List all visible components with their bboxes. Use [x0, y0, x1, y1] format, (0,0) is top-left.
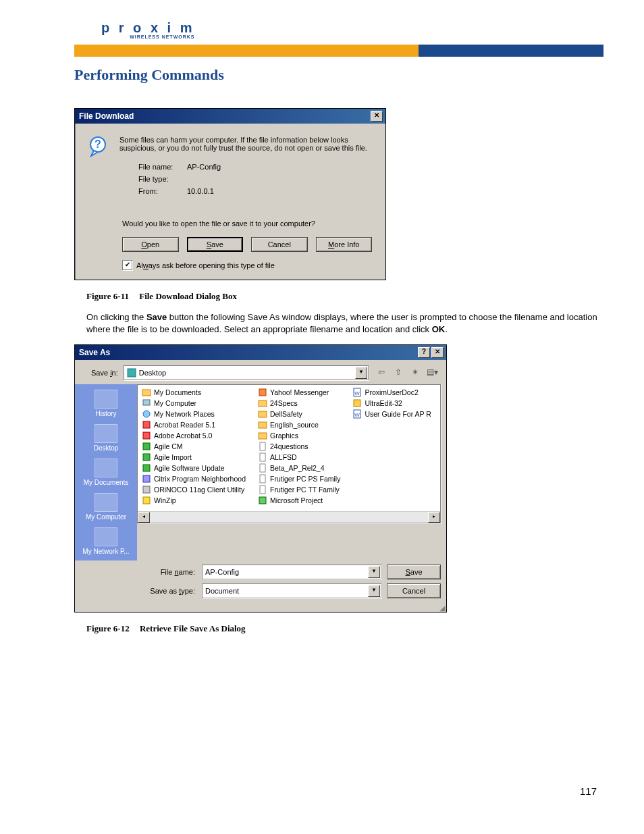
- page-number: 117: [580, 785, 597, 797]
- list-item[interactable]: Yahoo! Messenger: [258, 388, 340, 397]
- file-name-label: File name:: [142, 568, 196, 576]
- list-item[interactable]: WProximUserDoc2: [352, 388, 431, 397]
- list-item[interactable]: English_source: [258, 420, 340, 429]
- help-icon[interactable]: ?: [418, 347, 430, 358]
- list-item[interactable]: Adobe Acrobat 5.0: [142, 431, 246, 440]
- scroll-right-icon[interactable]: ▸: [428, 512, 440, 523]
- svg-rect-21: [260, 464, 265, 472]
- desktop-icon: [95, 424, 117, 443]
- back-icon[interactable]: ⇦: [374, 365, 389, 380]
- chevron-down-icon[interactable]: ▼: [355, 367, 367, 379]
- open-button[interactable]: Open: [122, 237, 179, 252]
- dialog-title: File Download: [79, 111, 134, 121]
- svg-rect-14: [259, 389, 266, 396]
- new-folder-icon[interactable]: ✶: [408, 365, 423, 380]
- list-item[interactable]: My Documents: [142, 388, 246, 397]
- save-button[interactable]: Save: [187, 237, 244, 252]
- list-item[interactable]: Acrobat Reader 5.1: [142, 420, 246, 429]
- place-history[interactable]: History: [77, 387, 135, 420]
- list-item[interactable]: Frutiger PC PS Family: [258, 474, 340, 484]
- more-info-button[interactable]: More Info: [316, 237, 373, 252]
- file-type-value: [187, 175, 372, 183]
- folder-icon: [258, 431, 267, 440]
- always-ask-checkbox[interactable]: ✔: [122, 260, 132, 270]
- dialog-titlebar[interactable]: File Download ✕: [75, 109, 385, 124]
- app-icon: [142, 431, 151, 440]
- list-item[interactable]: 24questions: [258, 442, 340, 451]
- svg-rect-17: [259, 422, 267, 428]
- from-label: From:: [138, 187, 187, 195]
- document-page: p r o x i m WIRELESS NETWORKS Performing…: [0, 0, 644, 834]
- cancel-button[interactable]: Cancel: [251, 237, 308, 252]
- figure-caption-1: Figure 6-11 File Download Dialog Box: [86, 291, 603, 302]
- list-item[interactable]: Citrix Program Neighborhood: [142, 474, 246, 484]
- list-item[interactable]: My Computer: [142, 398, 246, 408]
- content-area: File Download ✕ ? Some files can harm yo…: [74, 108, 603, 641]
- app-icon: [142, 420, 151, 429]
- svg-point-5: [143, 411, 150, 417]
- save-type-field[interactable]: Document ▼: [202, 583, 381, 598]
- body-bold-save: Save: [146, 312, 167, 322]
- list-item[interactable]: Beta_AP_Rel2_4: [258, 463, 340, 473]
- prompt-text: Would you like to open the file or save …: [122, 219, 372, 228]
- file-download-dialog: File Download ✕ ? Some files can harm yo…: [74, 108, 386, 280]
- list-item[interactable]: Microsoft Project: [258, 496, 340, 505]
- svg-rect-2: [128, 369, 136, 377]
- warning-text: Some files can harm your computer. If th…: [119, 136, 372, 152]
- list-item[interactable]: WUser Guide For AP R: [352, 409, 431, 419]
- file-column-1: My Documents My Computer My Network Plac…: [142, 388, 246, 520]
- more-rest: ore Info: [334, 240, 359, 249]
- chevron-down-icon[interactable]: ▼: [368, 566, 380, 578]
- app-icon: [142, 496, 151, 505]
- list-item[interactable]: ALLFSD: [258, 452, 340, 462]
- file-list-pane[interactable]: My Documents My Computer My Network Plac…: [137, 384, 441, 523]
- list-item[interactable]: ORiNOCO 11ag Client Utility: [142, 485, 246, 494]
- place-label: History: [95, 410, 116, 417]
- save-in-label: Save in:: [91, 369, 118, 377]
- list-item[interactable]: Frutiger PC TT Family: [258, 485, 340, 494]
- list-item[interactable]: 24Specs: [258, 398, 340, 408]
- up-icon[interactable]: ⇧: [391, 365, 406, 380]
- doc-icon: [258, 485, 267, 494]
- chevron-down-icon[interactable]: ▼: [368, 585, 380, 597]
- cancel-button[interactable]: Cancel: [387, 583, 441, 598]
- horizontal-scrollbar[interactable]: ◂ ▸: [138, 511, 440, 523]
- save-in-combo[interactable]: Desktop ▼: [124, 365, 369, 380]
- resize-grip-icon[interactable]: ◢: [75, 604, 446, 612]
- save-as-dialog: Save As ? ✕ Save in: Desktop ▼ ⇦ ⇧: [74, 344, 447, 613]
- list-item[interactable]: Agile Software Update: [142, 463, 246, 473]
- save-button[interactable]: Save: [387, 565, 441, 579]
- list-item[interactable]: Agile CM: [142, 442, 246, 451]
- file-name-field[interactable]: AP-Config ▼: [202, 565, 381, 579]
- saveas-titlebar[interactable]: Save As ? ✕: [75, 345, 446, 360]
- list-item[interactable]: My Network Places: [142, 409, 246, 419]
- network-icon: [142, 409, 151, 419]
- scroll-left-icon[interactable]: ◂: [138, 512, 150, 523]
- svg-text:?: ?: [95, 138, 101, 150]
- views-icon[interactable]: ▤▾: [425, 365, 439, 380]
- place-desktop[interactable]: Desktop: [77, 421, 135, 454]
- list-item[interactable]: DellSafety: [258, 409, 340, 419]
- list-item[interactable]: Graphics: [258, 431, 340, 440]
- list-item[interactable]: UltraEdit-32: [352, 398, 431, 408]
- close-icon[interactable]: ✕: [371, 111, 383, 122]
- svg-rect-22: [260, 475, 265, 483]
- svg-rect-7: [143, 432, 150, 439]
- close-icon[interactable]: ✕: [431, 347, 444, 358]
- file-name-value: AP-Config: [187, 163, 372, 171]
- list-item[interactable]: Agile Import: [142, 452, 246, 462]
- svg-rect-16: [259, 411, 267, 417]
- doc-icon: [258, 474, 267, 484]
- app-icon: [258, 388, 267, 397]
- doc-icon: [258, 442, 267, 451]
- place-mydocs[interactable]: My Documents: [77, 456, 135, 489]
- place-label: My Documents: [84, 479, 129, 486]
- list-item[interactable]: WinZip: [142, 496, 246, 505]
- folder-icon: [258, 409, 267, 419]
- place-mycomputer[interactable]: My Computer: [77, 490, 135, 523]
- folder-icon: [258, 398, 267, 408]
- file-type-label: File type:: [138, 175, 187, 183]
- svg-rect-24: [259, 497, 266, 504]
- place-mynetwork[interactable]: My Network P...: [77, 525, 135, 558]
- svg-text:W: W: [355, 412, 360, 418]
